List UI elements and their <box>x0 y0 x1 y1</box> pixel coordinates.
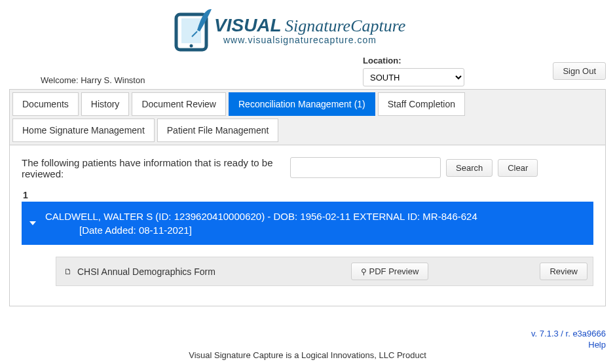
svg-point-2 <box>189 45 193 48</box>
signout-button[interactable]: Sign Out <box>553 62 606 80</box>
page-number[interactable]: 1 <box>22 190 593 200</box>
tab-reconciliation-management[interactable]: Reconciliation Management (1) <box>229 92 375 116</box>
tab-patient-file-management[interactable]: Patient File Management <box>157 118 279 142</box>
magnify-icon: ⚲ <box>361 267 367 276</box>
search-input[interactable] <box>290 157 441 178</box>
welcome-label: Welcome: <box>41 75 79 85</box>
pdf-preview-button[interactable]: ⚲PDF Preview <box>351 263 429 280</box>
tab-row: Documents History Document Review Reconc… <box>10 90 605 142</box>
tab-documents[interactable]: Documents <box>12 92 79 116</box>
patient-accordion-header[interactable]: CALDWELL, WALTER S (ID: 1239620410000620… <box>22 202 593 245</box>
patient-info-line: CALDWELL, WALTER S (ID: 1239620410000620… <box>45 209 587 223</box>
header-row: Welcome: Harry S. Winston Location: SOUT… <box>0 56 615 89</box>
tab-document-review[interactable]: Document Review <box>132 92 226 116</box>
svg-text:SignatureCapture: SignatureCapture <box>285 16 405 35</box>
search-group: Search Clear <box>290 157 538 178</box>
tab-home-signature-management[interactable]: Home Signature Management <box>12 118 155 142</box>
welcome-user: Harry S. Winston <box>81 75 145 85</box>
app-logo: VISUAL SignatureCapture www.visualsignat… <box>174 7 442 52</box>
tab-history[interactable]: History <box>81 92 130 116</box>
tab-staff-completion[interactable]: Staff Completion <box>378 92 465 116</box>
location-block: Location: SOUTH <box>363 56 507 86</box>
tab-content: The following patients have information … <box>10 145 605 306</box>
file-icon: 🗋 <box>64 267 72 276</box>
logo-area: VISUAL SignatureCapture www.visualsignat… <box>0 0 615 56</box>
pdf-preview-label: PDF Preview <box>369 266 419 276</box>
svg-text:www.visualsignaturecapture.com: www.visualsignaturecapture.com <box>223 35 377 45</box>
footer-text: Visual Signature Capture is a Logical In… <box>0 350 615 360</box>
location-select[interactable]: SOUTH <box>363 68 464 86</box>
caret-down-icon <box>29 221 36 225</box>
document-name: CHSI Annual Demographics Form <box>77 266 351 277</box>
review-header: The following patients have information … <box>22 157 593 179</box>
version-help: v. 7.1.3 / r. e3a9666 Help <box>531 329 606 351</box>
search-button[interactable]: Search <box>446 159 493 177</box>
tab-container: Documents History Document Review Reconc… <box>9 89 606 306</box>
clear-button[interactable]: Clear <box>498 159 538 177</box>
svg-rect-1 <box>181 18 201 43</box>
help-link[interactable]: Help <box>588 340 606 350</box>
svg-text:VISUAL: VISUAL <box>214 15 282 35</box>
signout-block: Sign Out <box>553 62 606 86</box>
review-intro-text: The following patients have information … <box>22 157 284 179</box>
version-text: v. 7.1.3 / r. e3a9666 <box>531 329 606 340</box>
review-button[interactable]: Review <box>540 263 587 280</box>
patient-date-line: [Date Added: 08-11-2021] <box>45 223 587 237</box>
document-row: 🗋 CHSI Annual Demographics Form ⚲PDF Pre… <box>56 257 593 286</box>
welcome-text: Welcome: Harry S. Winston <box>9 75 363 86</box>
location-label: Location: <box>363 56 507 65</box>
